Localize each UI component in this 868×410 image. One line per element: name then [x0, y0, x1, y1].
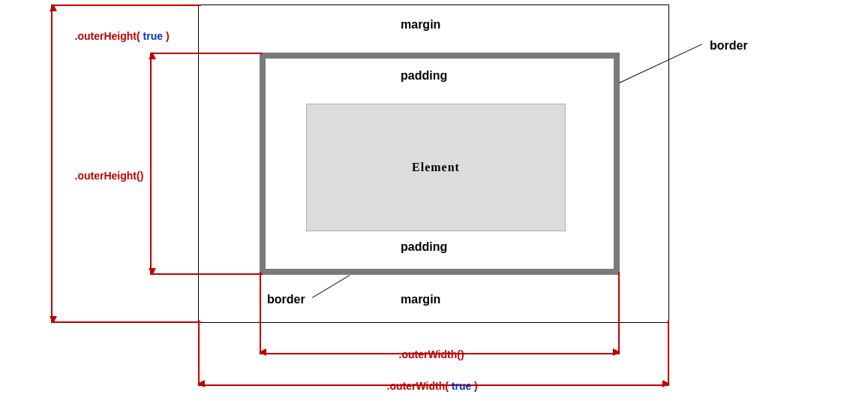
label-outerheight: .outerHeight()	[63, 158, 143, 194]
padding-label-bottom: padding	[401, 240, 447, 254]
element-box: Element	[306, 104, 566, 231]
element-label: Element	[412, 161, 460, 174]
arrow-down-icon	[50, 316, 57, 324]
arrow-down-icon	[149, 268, 156, 276]
margin-label-top: margin	[401, 18, 440, 32]
border-callout-top: border	[710, 39, 748, 53]
label-outerwidth: .outerWidth()	[387, 336, 464, 372]
arrow-left-icon	[197, 380, 205, 387]
padding-label-top: padding	[401, 69, 447, 83]
arrow-right-icon	[662, 380, 670, 387]
label-outerheight-true: .outerHeight( true )	[63, 18, 170, 54]
arrow-up-icon	[50, 4, 57, 11]
bracket-outerheight	[150, 53, 152, 275]
bracket-outerheight-true	[51, 5, 53, 323]
box-model-diagram: Element margin padding padding margin bo…	[0, 0, 868, 410]
label-outerwidth-true: .outerWidth( true )	[375, 368, 478, 404]
